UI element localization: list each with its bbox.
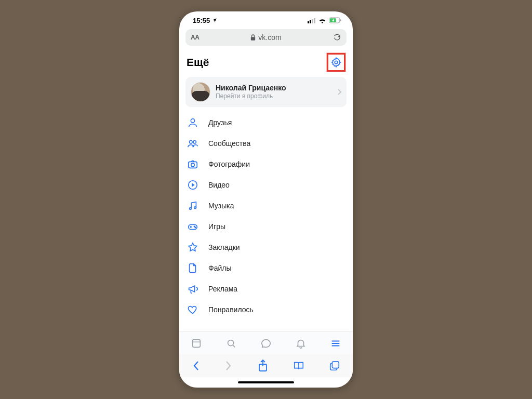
menu-item-label: Фотографии	[208, 160, 250, 168]
reader-aa-button[interactable]: AA	[191, 34, 199, 41]
gamepad-icon	[187, 221, 199, 232]
settings-button-highlight	[327, 53, 345, 72]
avatar	[191, 82, 210, 102]
menu-item-label: Реклама	[208, 285, 237, 293]
page-title: Ещё	[187, 56, 209, 69]
svg-rect-7	[251, 37, 255, 41]
svg-rect-3	[314, 18, 315, 23]
status-time: 15:55	[193, 17, 210, 24]
menu-item-label: Понравилось	[208, 305, 254, 314]
menu-item-label: Игры	[208, 222, 225, 231]
menu-item-label: Файлы	[208, 264, 231, 272]
status-right	[308, 17, 341, 23]
menu-item-label: Друзья	[208, 118, 232, 127]
svg-rect-1	[310, 20, 311, 23]
menu-item-label: Видео	[208, 181, 230, 189]
star-icon	[187, 242, 199, 253]
menu-item-video[interactable]: Видео	[187, 175, 345, 195]
book-icon	[293, 361, 304, 371]
bell-icon	[295, 338, 307, 349]
status-left: 15:55	[193, 17, 217, 24]
menu-item-label: Закладки	[208, 243, 240, 251]
menu-item-ads[interactable]: Реклама	[187, 278, 345, 299]
svg-rect-0	[308, 21, 309, 23]
music-icon	[187, 200, 199, 211]
svg-point-11	[193, 141, 196, 144]
menu-item-label: Музыка	[208, 202, 234, 210]
svg-point-13	[191, 163, 194, 166]
gear-icon	[330, 57, 342, 68]
communities-icon	[187, 138, 199, 149]
svg-rect-2	[312, 19, 313, 23]
url-domain: vk.com	[258, 33, 281, 42]
svg-point-9	[191, 119, 194, 123]
safari-tabs-button[interactable]	[329, 360, 340, 371]
safari-back-button[interactable]	[192, 361, 200, 371]
wifi-icon	[318, 18, 326, 23]
status-bar: 15:55	[179, 11, 353, 29]
menu-item-communities[interactable]: Сообщества	[187, 133, 345, 154]
heart-icon	[187, 304, 199, 315]
url-center: vk.com	[250, 33, 281, 42]
battery-icon	[329, 17, 341, 23]
menu-item-label: Сообщества	[208, 139, 250, 148]
menu-item-files[interactable]: Файлы	[187, 258, 345, 278]
profile-name: Николай Грицаенко	[216, 84, 332, 92]
svg-point-21	[228, 340, 234, 345]
profile-subtitle: Перейти в профиль	[216, 92, 332, 100]
safari-share-button[interactable]	[258, 360, 268, 372]
svg-point-8	[335, 61, 338, 64]
chevron-right-icon	[224, 361, 233, 371]
tab-messages[interactable]	[260, 338, 272, 349]
svg-rect-23	[332, 362, 339, 368]
menu-item-friends[interactable]: Друзья	[187, 112, 345, 133]
message-icon	[260, 338, 272, 349]
safari-forward-button[interactable]	[224, 361, 233, 371]
tab-news[interactable]	[191, 338, 202, 349]
refresh-button[interactable]	[333, 33, 341, 42]
hamburger-icon	[330, 338, 341, 349]
tab-menu[interactable]	[330, 338, 341, 349]
safari-toolbar	[179, 354, 353, 377]
svg-rect-12	[189, 162, 197, 168]
lock-icon	[250, 34, 256, 41]
chevron-left-icon	[192, 361, 200, 371]
menu-item-games[interactable]: Игры	[187, 216, 345, 237]
location-icon	[212, 18, 217, 23]
refresh-icon	[333, 33, 341, 42]
chevron-right-icon	[337, 89, 341, 95]
megaphone-icon	[187, 283, 199, 295]
share-icon	[258, 360, 268, 372]
camera-icon	[187, 158, 199, 170]
friends-icon	[187, 117, 199, 128]
page-header: Ещё	[179, 50, 353, 76]
menu-item-photos[interactable]: Фотографии	[187, 154, 345, 175]
svg-rect-20	[193, 339, 201, 347]
menu-list: Друзья Сообщества Фотографии Видео Музык	[179, 111, 353, 331]
vk-tabbar	[179, 331, 353, 354]
cellular-icon	[308, 18, 316, 23]
tab-notifications[interactable]	[295, 338, 307, 349]
settings-button[interactable]	[330, 57, 342, 68]
url-pill[interactable]: AA vk.com	[185, 29, 347, 46]
file-icon	[187, 262, 199, 274]
profile-card[interactable]: Николай Грицаенко Перейти в профиль	[185, 77, 347, 107]
svg-point-19	[195, 227, 195, 228]
tab-search[interactable]	[225, 338, 237, 349]
menu-item-music[interactable]: Музыка	[187, 195, 345, 216]
menu-item-bookmarks[interactable]: Закладки	[187, 237, 345, 258]
profile-text: Николай Грицаенко Перейти в профиль	[216, 84, 332, 100]
news-icon	[191, 338, 202, 349]
svg-point-15	[190, 208, 192, 210]
svg-point-18	[194, 226, 194, 227]
play-icon	[187, 179, 199, 191]
menu-item-likes[interactable]: Понравилось	[187, 299, 345, 320]
phone-frame: 15:55 AA vk.com Ещё	[179, 11, 353, 388]
home-indicator	[179, 377, 353, 388]
svg-rect-6	[340, 19, 341, 21]
search-icon	[225, 338, 237, 349]
tabs-icon	[329, 360, 340, 371]
svg-point-10	[190, 141, 193, 144]
svg-point-16	[194, 207, 196, 209]
safari-bookmarks-button[interactable]	[293, 361, 304, 371]
